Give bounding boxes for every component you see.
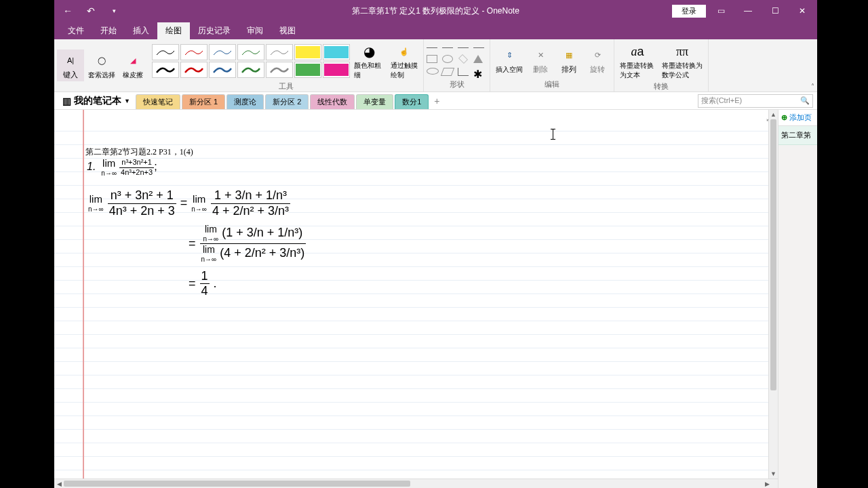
shape-3d-axes[interactable]: ✱ (473, 68, 484, 76)
rotate-button[interactable]: ⟳ 旋转 (584, 44, 611, 76)
shape-oval[interactable] (427, 68, 439, 75)
add-section-button[interactable]: + (430, 94, 443, 108)
shape-double-arrow[interactable] (458, 47, 469, 48)
lasso-select-button[interactable]: ◯ 套索选择 (85, 50, 118, 81)
color-wheel-icon: ◕ (358, 42, 380, 61)
arrange-button[interactable]: ▦ 排列 (555, 44, 583, 76)
shape-triangle[interactable] (473, 55, 483, 63)
shape-ellipse[interactable] (442, 55, 453, 63)
vertical-scrollbar[interactable]: ▲ ▼ (768, 110, 778, 479)
ink-to-math-icon: ππ (671, 42, 693, 61)
section-tab-linear[interactable]: 线性代数 (310, 94, 355, 109)
convert-group-label: 转换 (654, 81, 669, 92)
shapes-gallery[interactable]: ✱ (427, 42, 487, 79)
shape-axes[interactable] (458, 68, 469, 76)
section-tab-quicknotes[interactable]: 快速笔记 (136, 94, 180, 109)
ink-to-text-icon: aa (627, 42, 648, 61)
arrange-icon: ▦ (558, 45, 580, 64)
touch-draw-button[interactable]: ☝ 通过触摸绘制 (388, 41, 420, 81)
ribbon: A| 键入 ◯ 套索选择 ◢ 橡皮擦 (54, 39, 817, 92)
shape-rect[interactable] (427, 55, 437, 63)
section-tab-single[interactable]: 单变量 (356, 94, 393, 109)
pen-black-thin[interactable] (152, 44, 179, 60)
hscroll-thumb[interactable] (64, 481, 410, 487)
margin-line (83, 110, 84, 488)
pen-green-thin[interactable] (237, 44, 264, 60)
tab-view[interactable]: 视图 (271, 22, 304, 39)
eraser-icon: ◢ (122, 52, 144, 70)
scroll-left-button[interactable]: ◀ (54, 479, 64, 488)
tab-home[interactable]: 开始 (92, 22, 125, 39)
scroll-up-button[interactable]: ▲ (769, 110, 778, 119)
shape-diamond[interactable] (458, 54, 468, 64)
pen-blue-thin[interactable] (209, 44, 236, 60)
insert-space-button[interactable]: ⇕ 插入空间 (493, 45, 526, 76)
shape-parallelogram[interactable] (441, 68, 454, 76)
content-area: ⤢ 第二章第2节习题2.2 P31，1(4) 1. limn→∞ n³+3n²+… (54, 110, 817, 488)
page-heading[interactable]: 第二章第2节习题2.2 P31，1(4) (85, 146, 193, 158)
pen-gray-thin[interactable] (266, 44, 293, 60)
page-panel: ⊕ 添加页 第二章第 (778, 110, 817, 488)
tab-insert[interactable]: 插入 (125, 22, 157, 39)
shape-arrow[interactable] (442, 47, 453, 48)
page-item-current[interactable]: 第二章第 (778, 126, 817, 145)
tab-draw[interactable]: 绘图 (157, 22, 190, 39)
delete-button[interactable]: ✕ 删除 (527, 44, 554, 76)
text-cursor-icon: A| (60, 51, 81, 70)
eraser-button[interactable]: ◢ 橡皮擦 (119, 50, 146, 81)
color-thickness-button[interactable]: ◕ 颜色和粗细 (351, 41, 387, 81)
touch-icon: ☝ (393, 42, 415, 61)
page-canvas[interactable]: ⤢ 第二章第2节习题2.2 P31，1(4) 1. limn→∞ n³+3n²+… (54, 110, 778, 488)
shapes-group-label: 形状 (450, 79, 465, 90)
nav-back-button[interactable]: ← (60, 3, 76, 19)
pen-red-thin[interactable] (180, 44, 208, 60)
pen-red-thick[interactable] (180, 62, 208, 78)
pen-green-thick[interactable] (237, 62, 264, 78)
highlighter-magenta[interactable] (323, 62, 350, 78)
add-page-button[interactable]: ⊕ 添加页 (778, 110, 817, 126)
qat-customize[interactable]: ▾ (106, 3, 122, 19)
pen-gray-thick[interactable] (266, 62, 293, 78)
pen-gallery[interactable] (152, 44, 350, 78)
search-icon: 🔍 (800, 96, 810, 105)
scroll-down-button[interactable]: ▼ (769, 469, 778, 479)
insert-space-icon: ⇕ (498, 46, 520, 65)
close-button[interactable]: ✕ (790, 1, 814, 20)
highlighter-green[interactable] (294, 62, 321, 78)
ribbon-options-button[interactable]: ▭ (709, 1, 733, 20)
notebook-bar: ▥ 我的笔记本 ▼ 快速笔记 新分区 1 测度论 新分区 2 线性代数 单变量 … (54, 92, 817, 110)
vscroll-thumb[interactable] (770, 119, 776, 390)
pen-black-thick[interactable] (152, 62, 179, 78)
horizontal-scrollbar[interactable]: ◀ ▶ (54, 479, 778, 488)
tab-file[interactable]: 文件 (60, 22, 92, 39)
ink-to-math-button[interactable]: ππ 将墨迹转换为数学公式 (659, 41, 705, 81)
collapse-ribbon-button[interactable]: ˄ (811, 83, 814, 90)
section-tab-math1[interactable]: 数分1 (395, 94, 429, 109)
tab-history[interactable]: 历史记录 (190, 22, 239, 39)
lasso-icon: ◯ (91, 52, 113, 70)
window-title: 第二章第1节 定义1 数列极限的定义 - OneNote (352, 5, 519, 17)
maximize-button[interactable]: ☐ (763, 1, 787, 20)
section-tab-new2[interactable]: 新分区 2 (265, 94, 309, 109)
tab-review[interactable]: 审阅 (239, 22, 271, 39)
shape-line[interactable] (427, 47, 437, 48)
undo-button[interactable]: ↶ (83, 3, 99, 19)
highlighter-yellow[interactable] (294, 44, 321, 60)
shape-connector[interactable] (473, 47, 484, 48)
login-button[interactable]: 登录 (672, 5, 706, 18)
text-caret (553, 129, 553, 140)
section-tab-measure[interactable]: 测度论 (226, 94, 264, 109)
search-input[interactable]: 搜索(Ctrl+E) 🔍 (698, 94, 813, 108)
pen-blue-thick[interactable] (209, 62, 236, 78)
type-input-button[interactable]: A| 键入 (57, 49, 84, 81)
highlighter-cyan[interactable] (323, 44, 350, 60)
notebook-icon: ▥ (62, 96, 71, 106)
ribbon-tabs: 文件 开始 插入 绘图 历史记录 审阅 视图 (54, 22, 817, 39)
problem-line[interactable]: 1. limn→∞ n³+3n²+1 4n³+2n+3 ; (87, 157, 157, 178)
section-tab-new1[interactable]: 新分区 1 (182, 94, 225, 109)
derivation-block[interactable]: limn→∞ n³ + 3n² + 1 4n³ + 2n + 3 = limn→… (88, 188, 306, 299)
scroll-right-button[interactable]: ▶ (756, 479, 778, 488)
minimize-button[interactable]: — (736, 1, 760, 20)
notebook-selector[interactable]: ▥ 我的笔记本 ▼ (58, 95, 134, 107)
ink-to-text-button[interactable]: aa 将墨迹转换为文本 (617, 41, 658, 81)
